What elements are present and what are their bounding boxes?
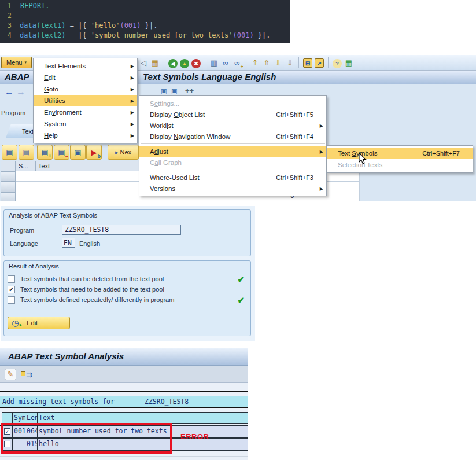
back-icon[interactable]: ◀: [168, 57, 178, 68]
submenu-arrow-icon: ▶: [131, 75, 134, 80]
create-shortcut-icon[interactable]: ↗: [315, 57, 324, 68]
list-cell[interactable]: Len: [25, 412, 38, 424]
menu-item-utilities[interactable]: Utilities▶: [34, 95, 137, 106]
checkbox-text-symbols-that-need-t[interactable]: ✓: [8, 286, 15, 293]
code-lines: REPORT. data(text1) = |{ 'hello'(001) }|…: [14, 0, 271, 43]
menu-button[interactable]: Menu ▾: [1, 57, 32, 68]
toolbar-separator: [205, 57, 205, 68]
table-header-selector[interactable]: [1, 161, 16, 171]
first-page-icon[interactable]: ⇑: [250, 57, 260, 68]
compare-button[interactable]: ▶b: [86, 145, 102, 160]
row-selector[interactable]: [1, 171, 16, 182]
toolbar-separator: [164, 57, 164, 68]
menu-item-adjust[interactable]: Adjust▶: [139, 146, 326, 157]
row-selector[interactable]: [1, 192, 16, 201]
next-page-glyph-icon: ▸: [115, 149, 119, 156]
insert-line-button-badge: +: [49, 153, 51, 159]
new-session-icon[interactable]: ⊞: [303, 57, 312, 68]
display-change-button[interactable]: ▤: [2, 145, 17, 160]
menu-item-display-navigation-window[interactable]: Display Navigation WindowCtrl+Shift+F4: [139, 131, 326, 142]
menu-item-label: Text Elements: [44, 62, 86, 69]
row-selector[interactable]: [1, 182, 16, 192]
customize-layout-icon[interactable]: ▦: [344, 57, 353, 68]
next-button[interactable]: ▸ Nex: [108, 145, 139, 160]
checkbox-text-symbols-that-can-be[interactable]: [8, 275, 15, 283]
menu-item-system[interactable]: System▶: [34, 118, 137, 130]
choose-detail-icon[interactable]: ⇉: [21, 370, 32, 379]
menu-item-label: Adjust: [150, 148, 168, 155]
grid-cell[interactable]: [16, 182, 35, 192]
menu-item-versions[interactable]: Versions▶: [139, 183, 326, 194]
checkbox-label: Text symbols defined repeatedly/ differe…: [20, 296, 174, 303]
menu-item-label: Display Object List: [150, 111, 205, 118]
nav-back-icon[interactable]: ←: [5, 87, 14, 97]
menu-item-selection-texts: Selection Texts: [327, 159, 473, 171]
nav-forward-icon[interactable]: →: [16, 87, 25, 97]
next-button-label: Nex: [120, 149, 131, 156]
menu-item-label: Edit: [44, 74, 56, 81]
menu-item-environment[interactable]: Environment▶: [34, 106, 137, 118]
checkbox-text-symbols-defined-rep[interactable]: [8, 296, 15, 304]
menu-item-display-object-list[interactable]: Display Object ListCtrl+Shift+F5: [139, 109, 326, 120]
menu-item-where-used-list[interactable]: Where-Used ListCtrl+Shift+F3: [139, 172, 326, 183]
code-line[interactable]: data(text2) = |{ 'symbol number used for…: [20, 31, 271, 41]
program-input[interactable]: ZZSRO_TEST8: [62, 225, 181, 235]
grid-cell[interactable]: [16, 192, 35, 201]
menu-item-text-elements[interactable]: Text Elements▶: [34, 60, 137, 72]
list-cell[interactable]: Sym: [12, 412, 25, 424]
submenu-arrow-icon: ▶: [131, 98, 134, 104]
submenu-arrow-icon: ▶: [320, 149, 323, 154]
display-button[interactable]: ▤: [19, 145, 34, 160]
compare-button-badge: b: [98, 153, 101, 159]
result-row-1: ✓Text symbols that need to be added to t…: [8, 285, 247, 295]
line-number: 1: [0, 1, 12, 11]
menu-item-label: Worklist: [150, 122, 174, 129]
title-text-left: ABAP: [5, 72, 29, 82]
prev-object-icon[interactable]: ◁: [139, 57, 148, 68]
print-icon[interactable]: ▥: [209, 57, 219, 68]
grid-cell[interactable]: [16, 171, 35, 182]
partial-icon-2[interactable]: ▣: [171, 87, 177, 95]
menu-item-worklist[interactable]: Worklist▶: [139, 120, 326, 131]
menu-item-help[interactable]: Help▶: [34, 130, 137, 141]
partial-icon-1[interactable]: ▣: [161, 87, 167, 95]
menu-item-label: Environment: [44, 109, 82, 116]
code-line[interactable]: [20, 11, 271, 21]
table-header-s[interactable]: S...: [16, 161, 35, 171]
cancel-icon[interactable]: ✖: [191, 57, 201, 68]
code-line[interactable]: data(text1) = |{ 'hello'(001) }|.: [20, 21, 271, 31]
list-cell[interactable]: Text: [37, 412, 248, 424]
edit-button[interactable]: ◷ Edit: [8, 317, 70, 329]
save-icon[interactable]: ▦: [150, 57, 160, 68]
language-input[interactable]: EN: [62, 238, 75, 248]
exit-icon[interactable]: ▲: [180, 57, 189, 68]
toolbar-separator: [328, 57, 329, 68]
list-cell[interactable]: [2, 412, 12, 424]
analysis-window-toolbar: ✎ ⇉: [0, 366, 248, 383]
find-icon[interactable]: ∞: [221, 57, 230, 68]
menu-item-text-symbols[interactable]: Text SymbolsCtrl+Shift+F7: [327, 148, 473, 159]
find-next-icon[interactable]: ∞+: [233, 57, 242, 68]
toolbar-separator: [298, 57, 299, 68]
code-line[interactable]: REPORT.: [20, 1, 271, 11]
next-page-icon[interactable]: ⇩: [274, 57, 283, 68]
code-editor[interactable]: 1234 REPORT. data(text1) = |{ 'hello'(00…: [0, 0, 290, 43]
delete-line-button[interactable]: ▤−: [54, 145, 69, 160]
menu-item-goto[interactable]: Goto▶: [34, 83, 137, 95]
analysis-group-title: Analysis of ABAP Text Symbols: [4, 210, 250, 221]
menu-button-label: Menu: [6, 59, 23, 66]
menu-item-edit[interactable]: Edit▶: [34, 72, 137, 83]
help-icon[interactable]: ?: [333, 57, 342, 68]
insert-line-button[interactable]: ▤+: [37, 145, 53, 160]
result-check-icon: ✔: [237, 274, 245, 285]
toolbar-separator: [246, 57, 246, 68]
partial-icon-3[interactable]: ✚✚: [185, 88, 194, 94]
last-page-icon[interactable]: ⇓: [285, 57, 294, 68]
prev-page-icon[interactable]: ⇧: [262, 57, 271, 68]
copy-button[interactable]: ▣: [70, 145, 86, 160]
find-next-icon-badge: +: [241, 64, 243, 69]
edit-pencil-icon[interactable]: ✎: [5, 369, 16, 380]
execute-clock-icon: ◷: [12, 319, 19, 327]
menu-item-call-graph: Call Graph: [139, 157, 326, 168]
symbols-table-header: SymLenText: [2, 412, 248, 424]
